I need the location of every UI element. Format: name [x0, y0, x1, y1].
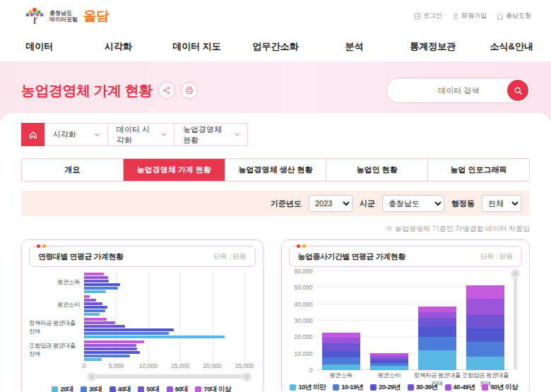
bar-60대 [84, 344, 136, 347]
legend-item[interactable]: 10년 미만 [290, 383, 326, 392]
share-button[interactable] [158, 82, 175, 99]
breadcrumb-data-visualization[interactable]: 데이터 시각화 [108, 123, 174, 146]
bar-50대 [84, 302, 102, 305]
axis-tick-label: 5,000 [109, 362, 124, 369]
utility-links: 로그인 회원가입 충남도청 [414, 11, 531, 20]
legend-label: 50년 이상 [490, 383, 518, 392]
office-link[interactable]: 충남도청 [497, 11, 531, 20]
period-chart-header: 농업종사기간별 연평균 가계현황 단위 : 만원 [289, 246, 522, 267]
period-chart-legend: 10년 미만10-19년20-29년30-39년40-49년50년 이상 [286, 383, 522, 392]
breadcrumb: 시각화 데이터 시각화 농업경영체 현황 [21, 113, 530, 146]
period-chart-x-axis: 평균소득평균소비정책자금 평균대출잔액조합업권 평균대출잔액 [317, 370, 509, 379]
content-sheet: 시각화 데이터 시각화 농업경영체 현황 개요 농업경영체 가계 현황 농업경영… [0, 113, 551, 392]
axis-tick-label: 40,000 [295, 301, 313, 308]
segment-40-49년 [466, 299, 504, 315]
login-link[interactable]: 로그인 [414, 11, 442, 20]
bar-20대 [84, 290, 106, 293]
legend-item[interactable]: 70대 이상 [195, 385, 231, 392]
slider-handle-left[interactable] [87, 372, 96, 381]
slider-track[interactable] [90, 374, 249, 379]
legend-item[interactable]: 40대 [109, 385, 131, 392]
bar-30대 [84, 287, 118, 290]
nav-item-visualization[interactable]: 시각화 [78, 40, 157, 53]
signup-link[interactable]: 회원가입 [452, 11, 487, 20]
section-tabs: 개요 농업경영체 가계 현황 농업경영체 생산 현황 농업인 현황 농업 인포그… [21, 158, 530, 182]
nav-item-analysis[interactable]: 분석 [315, 40, 393, 53]
bar-40대 [84, 283, 120, 286]
nav-item-work-simplify[interactable]: 업무간소화 [236, 40, 314, 53]
legend-item[interactable]: 50년 이상 [482, 383, 518, 392]
legend-swatch [138, 386, 144, 392]
bar-20대 [84, 313, 100, 316]
legend-label: 30-39년 [416, 383, 438, 392]
segment-10-19년 [322, 357, 360, 364]
sigun-select[interactable]: 충청남도 [382, 195, 444, 212]
age-chart-header: 연령대별 연평균 가계현황 단위 : 만원 [29, 246, 256, 267]
search-button[interactable] [507, 80, 528, 101]
page-title: 농업경영체 가계 현황 [21, 81, 153, 100]
legend-item[interactable]: 20대 [52, 385, 73, 392]
category-label: 정책자금 평균대출잔액 [413, 370, 461, 379]
legend-item[interactable]: 30대 [81, 385, 102, 392]
year-filter-label: 기준년도 [271, 198, 302, 209]
legend-label: 70대 이상 [203, 385, 231, 392]
nav-item-data-map[interactable]: 데이터 지도 [158, 40, 236, 53]
segment-20-29년 [466, 328, 504, 342]
legend-item[interactable]: 20-29년 [370, 383, 401, 392]
legend-item[interactable]: 50대 [138, 385, 160, 392]
portal-logo[interactable]: 충청남도 데이터포털 올담 [24, 6, 109, 27]
segment-40-49년 [418, 312, 456, 318]
dong-select[interactable]: 전체 [482, 195, 521, 212]
sigun-filter-label: 시군 [360, 198, 375, 209]
stacked-column [370, 353, 408, 370]
segment-40-49년 [322, 338, 360, 344]
home-button[interactable] [21, 123, 45, 146]
data-search-box [386, 78, 531, 103]
tab-overview[interactable]: 개요 [22, 159, 123, 181]
age-chart-legend: 20대30대40대50대60대70대 이상 [29, 385, 254, 392]
segment-10-19년 [466, 342, 504, 357]
legend-swatch [167, 386, 173, 392]
slider-handle-top[interactable] [511, 269, 520, 278]
breadcrumb-agri-status[interactable]: 농업경영체 현황 [174, 123, 248, 146]
age-chart-x-axis: 05,00010,00015,00020,00025,000 [84, 362, 254, 370]
axis-tick-label: 50,000 [295, 284, 313, 291]
legend-label: 20-29년 [379, 383, 401, 392]
logo-region-text: 충청남도 데이터포털 [49, 10, 78, 23]
tab-household-status[interactable]: 농업경영체 가계 현황 [123, 159, 225, 181]
breadcrumb-visualization[interactable]: 시각화 [45, 123, 108, 146]
legend-item[interactable]: 30-39년 [408, 383, 438, 392]
nav-item-news[interactable]: 소식&안내 [473, 40, 551, 53]
chevron-down-icon [235, 131, 240, 136]
period-chart: 010,00020,00030,00040,00050,00060,000 평균… [286, 271, 522, 392]
tab-production-status[interactable]: 농업경영체 생산 현황 [225, 159, 326, 181]
bar-70대 이상 [84, 273, 104, 275]
legend-item[interactable]: 60대 [167, 385, 189, 392]
age-chart-range-slider[interactable] [90, 372, 249, 381]
legend-label: 20대 [60, 385, 73, 392]
tab-farmer-status[interactable]: 농업인 현황 [326, 159, 427, 181]
legend-item[interactable]: 10-19년 [333, 383, 363, 392]
period-chart-range-slider[interactable] [509, 271, 522, 370]
legend-item[interactable]: 40-49년 [445, 383, 475, 392]
stacked-column [418, 307, 456, 370]
print-button[interactable] [181, 82, 198, 99]
bar-20대 [84, 358, 102, 361]
nav-item-data[interactable]: 데이터 [0, 40, 78, 53]
tab-infographic[interactable]: 농업 인포그래픽 [427, 159, 529, 181]
legend-label: 10-19년 [341, 383, 363, 392]
segment-30-39년 [466, 315, 504, 328]
axis-tick-label: 15,000 [171, 362, 189, 369]
logo-tree-icon [24, 6, 45, 27]
slider-handle-right[interactable] [242, 372, 251, 381]
nav-item-statistics[interactable]: 통계정보관 [393, 40, 472, 53]
year-select[interactable]: 2023 [309, 195, 352, 212]
column-slots [317, 271, 509, 370]
legend-swatch [109, 386, 116, 392]
dong-filter-label: 행정동 [451, 198, 475, 209]
print-icon [185, 86, 194, 95]
charts-row: 연령대별 연평균 가계현황 단위 : 만원 평균소득평균소비정책자금 평균대출잔… [21, 239, 530, 392]
slider-track[interactable] [514, 271, 517, 370]
legend-swatch [81, 386, 87, 392]
age-chart: 평균소득평균소비정책자금 평균대출잔액조합업권 평균대출잔액 05,00010,… [29, 271, 254, 392]
